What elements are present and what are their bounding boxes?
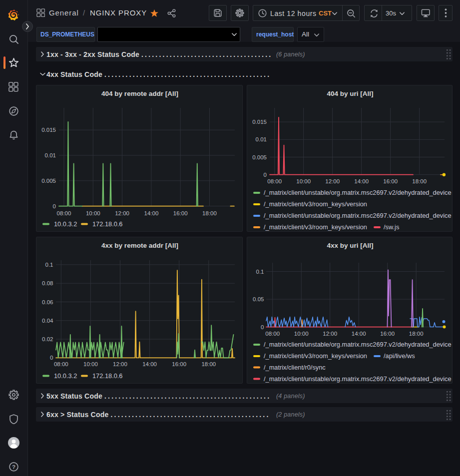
svg-text:4xx by uri [All]: 4xx by uri [All] bbox=[327, 242, 373, 249]
svg-text:/api/live/ws: /api/live/ws bbox=[384, 352, 415, 360]
svg-text:/_matrix/client/v3/room_keys/v: /_matrix/client/v3/room_keys/version bbox=[264, 352, 367, 360]
svg-text:0: 0 bbox=[53, 203, 56, 209]
svg-text:12:00: 12:00 bbox=[323, 331, 337, 337]
svg-text:18:00: 18:00 bbox=[202, 210, 217, 216]
svg-text:12:00: 12:00 bbox=[325, 178, 340, 184]
svg-text:404 by uri [All]: 404 by uri [All] bbox=[327, 90, 373, 97]
svg-text:18:00: 18:00 bbox=[412, 178, 427, 184]
svg-text:0.01: 0.01 bbox=[45, 152, 56, 158]
svg-text:0.015: 0.015 bbox=[41, 127, 56, 133]
svg-text:0.1: 0.1 bbox=[256, 269, 264, 275]
svg-text:0.015: 0.015 bbox=[252, 119, 267, 125]
svg-text:14:00: 14:00 bbox=[352, 331, 366, 337]
svg-text:0.04: 0.04 bbox=[42, 318, 53, 324]
svg-text:10:00: 10:00 bbox=[83, 361, 98, 367]
svg-text:172.18.0.6: 172.18.0.6 bbox=[92, 372, 123, 380]
svg-text:08:00: 08:00 bbox=[267, 178, 282, 184]
svg-text:0.08: 0.08 bbox=[42, 280, 53, 286]
svg-text:16:00: 16:00 bbox=[383, 178, 398, 184]
svg-text:12:00: 12:00 bbox=[115, 210, 129, 216]
svg-text:12:00: 12:00 bbox=[113, 361, 127, 367]
svg-text:16:00: 16:00 bbox=[173, 210, 188, 216]
svg-text:10:00: 10:00 bbox=[296, 178, 311, 184]
svg-text:14:00: 14:00 bbox=[144, 210, 159, 216]
svg-text:0.06: 0.06 bbox=[42, 299, 53, 305]
svg-text:10:00: 10:00 bbox=[294, 331, 309, 337]
svg-text:14:00: 14:00 bbox=[354, 178, 369, 184]
svg-text:16:00: 16:00 bbox=[172, 361, 186, 367]
svg-text:08:00: 08:00 bbox=[265, 331, 280, 337]
svg-text:/_matrix/client/unstable/org.m: /_matrix/client/unstable/org.matrix.msc2… bbox=[264, 189, 452, 196]
svg-text:?: ? bbox=[11, 464, 15, 470]
svg-text:0: 0 bbox=[50, 355, 53, 361]
svg-text:/_matrix/client/r0/sync: /_matrix/client/r0/sync bbox=[264, 364, 326, 371]
svg-text:14:00: 14:00 bbox=[142, 361, 157, 367]
svg-text:0.005: 0.005 bbox=[41, 178, 56, 184]
svg-text:0: 0 bbox=[261, 324, 264, 330]
svg-text:0.1: 0.1 bbox=[45, 262, 53, 268]
svg-text:/sw.js: /sw.js bbox=[384, 223, 399, 231]
svg-text:0.01: 0.01 bbox=[256, 136, 267, 142]
svg-text:08:00: 08:00 bbox=[54, 361, 68, 367]
svg-text:18:00: 18:00 bbox=[409, 331, 424, 337]
svg-text:/_matrix/client/unstable/org.m: /_matrix/client/unstable/org.matrix.msc2… bbox=[264, 341, 452, 348]
svg-text:16:00: 16:00 bbox=[380, 331, 395, 337]
svg-text:404 by remote addr [All]: 404 by remote addr [All] bbox=[101, 90, 178, 97]
svg-text:0: 0 bbox=[264, 172, 267, 178]
svg-text:4xx by remote addr [All]: 4xx by remote addr [All] bbox=[101, 242, 178, 249]
svg-text:10:00: 10:00 bbox=[86, 210, 100, 216]
svg-text:10.0.3.2: 10.0.3.2 bbox=[54, 372, 77, 380]
svg-text:0.02: 0.02 bbox=[42, 336, 53, 342]
svg-text:0.05: 0.05 bbox=[253, 296, 264, 302]
svg-text:/_matrix/client/unstable/org.m: /_matrix/client/unstable/org.matrix.msc2… bbox=[264, 375, 452, 383]
svg-text:172.18.0.6: 172.18.0.6 bbox=[92, 220, 123, 228]
svg-text:18:00: 18:00 bbox=[201, 361, 216, 367]
svg-text:0.005: 0.005 bbox=[252, 154, 267, 160]
svg-text:/_matrix/client/unstable/org.m: /_matrix/client/unstable/org.matrix.msc2… bbox=[264, 212, 452, 219]
svg-text:/_matrix/client/v3/room_keys/v: /_matrix/client/v3/room_keys/version bbox=[264, 200, 367, 208]
svg-text:08:00: 08:00 bbox=[57, 210, 71, 216]
svg-text:10.0.3.2: 10.0.3.2 bbox=[54, 220, 77, 228]
svg-text:/_matrix/client/v3/room_keys/v: /_matrix/client/v3/room_keys/version bbox=[264, 223, 367, 231]
